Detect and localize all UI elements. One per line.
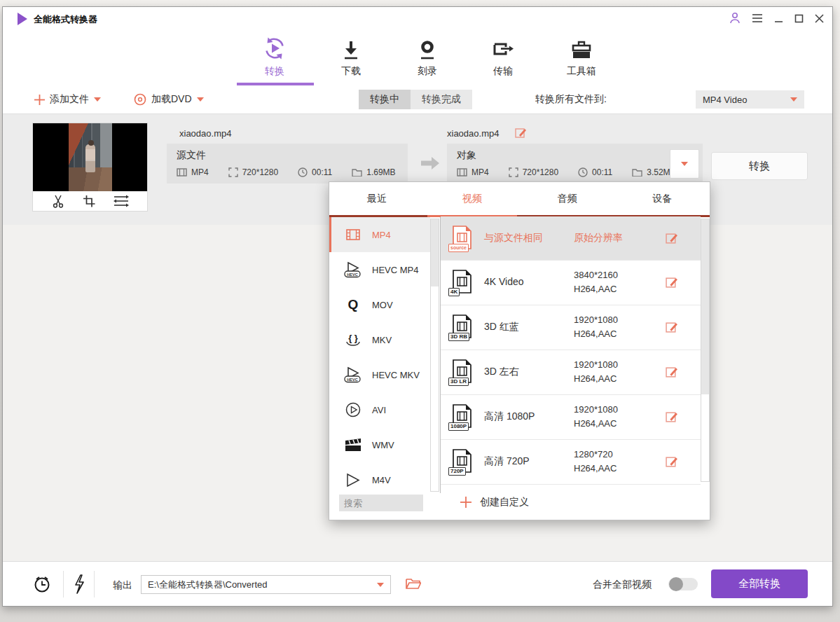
preset-row-1080p[interactable]: 1080P 高清 1080P 1920*1080H264,AAC — [441, 395, 701, 440]
format-badge: 1080P — [448, 422, 469, 431]
clapperboard-icon — [344, 438, 362, 452]
format-item-mp4[interactable]: MP4 — [329, 217, 430, 252]
convert-state-tabs: 转换中 转换完成 — [359, 90, 472, 109]
popup-tab-audio[interactable]: 音频 — [520, 182, 615, 215]
nav-tab-toolbox[interactable]: 工具箱 — [543, 34, 620, 78]
source-file-icon: source — [450, 226, 476, 252]
maximize-icon[interactable] — [794, 14, 804, 23]
video-file-icon: 3D LR — [450, 359, 476, 386]
preset-row-4k[interactable]: 4K 4K Video 3840*2160H264,AAC — [441, 261, 701, 305]
format-item-wmv[interactable]: WMV — [329, 427, 430, 462]
clock-icon — [298, 167, 308, 177]
nav-tab-transfer[interactable]: 传输 — [464, 34, 542, 78]
add-file-button[interactable]: 添加文件 — [34, 85, 101, 113]
tab-converting[interactable]: 转换中 — [359, 90, 411, 109]
svg-text:HEVC: HEVC — [347, 272, 358, 277]
minimize-icon[interactable] — [774, 14, 783, 23]
open-folder-icon[interactable] — [406, 577, 421, 590]
edit-icon[interactable] — [666, 321, 678, 333]
format-search-input[interactable] — [339, 495, 423, 511]
format-item-hevc-mp4[interactable]: HEVC HEVC MP4 — [329, 252, 430, 287]
performance-bolt-icon[interactable] — [73, 574, 85, 594]
edit-icon[interactable] — [666, 455, 678, 468]
convert-all-label: 转换所有文件到: — [535, 93, 607, 106]
video-thumbnail[interactable] — [33, 123, 147, 191]
output-path-combobox[interactable]: E:\全能格式转换器\Converted — [141, 575, 391, 594]
format-badge: 720P — [448, 467, 466, 476]
format-item-mov[interactable]: Q MOV — [329, 287, 430, 322]
titlebar: 全能格式转换器 — [3, 7, 832, 31]
thumbnail-photo — [69, 123, 112, 191]
app-window: 全能格式转换器 转换 下载 刻录 — [2, 6, 833, 607]
merge-all-toggle[interactable] — [668, 578, 698, 590]
format-picker-popup: 最近 视频 音频 设备 MP4 HEVC HEVC MP4 Q — [329, 181, 710, 520]
hevc-play-icon: HEVC — [344, 366, 362, 383]
format-list: MP4 HEVC HEVC MP4 Q MOV { } MKV — [329, 217, 430, 493]
play-outline-icon — [344, 473, 362, 487]
format-list-scrollbar[interactable] — [430, 219, 439, 492]
preset-row-3d-rb[interactable]: 3D RB 3D 红蓝 1920*1080H264,AAC — [441, 305, 701, 350]
edit-icon[interactable] — [666, 232, 678, 244]
edit-icon[interactable] — [666, 410, 678, 423]
download-icon — [312, 34, 390, 61]
svg-text:HEVC: HEVC — [347, 378, 358, 382]
chevron-down-icon — [94, 97, 101, 102]
rename-edit-icon[interactable] — [515, 127, 527, 139]
trim-scissors-icon[interactable] — [52, 194, 64, 208]
app-logo-icon — [18, 13, 27, 25]
load-dvd-button[interactable]: 加载DVD — [134, 85, 204, 113]
schedule-alarm-icon[interactable] — [32, 574, 52, 594]
close-icon[interactable] — [815, 14, 824, 23]
target-info-box: 对象 MP4 720*1280 00:11 3.52MB — [447, 144, 703, 184]
svg-text:{ }: { } — [348, 333, 358, 343]
format-item-avi[interactable]: AVI — [329, 392, 430, 427]
popup-tab-device[interactable]: 设备 — [614, 182, 710, 215]
app-title: 全能格式转换器 — [34, 13, 97, 26]
resolution-icon — [228, 167, 238, 177]
svg-text:Q: Q — [348, 297, 359, 312]
format-item-mkv[interactable]: { } MKV — [329, 322, 430, 357]
popup-tab-recent[interactable]: 最近 — [329, 182, 425, 215]
burn-icon — [389, 34, 466, 61]
tab-finished[interactable]: 转换完成 — [411, 90, 472, 109]
format-item-hevc-mkv[interactable]: HEVC HEVC MKV — [329, 357, 430, 392]
preset-row-720p[interactable]: 720P 高清 720P 1280*720H264,AAC — [441, 440, 701, 485]
convert-all-button[interactable]: 全部转换 — [711, 569, 808, 598]
target-file-name: xiaodao.mp4 — [447, 128, 499, 139]
format-item-m4v[interactable]: M4V — [329, 462, 430, 493]
toolbar: 添加文件 加载DVD 转换中 转换完成 转换所有文件到: MP4 Video — [3, 85, 832, 114]
preset-list-scrollbar[interactable] — [701, 219, 710, 482]
convert-row-button[interactable]: 转换 — [711, 152, 808, 180]
crop-icon[interactable] — [83, 195, 95, 208]
divider — [63, 571, 64, 597]
quicktime-icon: Q — [344, 297, 362, 312]
source-info-box: 源文件 MP4 720*1280 00:11 1.69MB — [167, 144, 408, 184]
create-custom-button[interactable]: 创建自定义 — [441, 485, 701, 520]
main-nav: 转换 下载 刻录 传输 工具箱 — [3, 31, 832, 85]
dvd-icon — [134, 93, 146, 106]
preset-row-3d-lr[interactable]: 3D LR 3D 左右 1920*1080H264,AAC — [441, 350, 701, 395]
menu-icon[interactable] — [752, 13, 763, 23]
nav-tab-burn[interactable]: 刻录 — [389, 34, 466, 78]
transfer-icon — [464, 34, 542, 61]
film-icon — [457, 168, 467, 177]
folder-icon — [352, 168, 362, 177]
chevron-down-icon — [681, 162, 688, 166]
output-format-dropdown[interactable]: MP4 Video — [696, 90, 804, 109]
effects-sliders-icon[interactable] — [113, 195, 129, 207]
film-icon — [177, 168, 187, 177]
edit-icon[interactable] — [666, 366, 678, 378]
video-file-icon: 3D RB — [450, 315, 476, 341]
nav-tab-download[interactable]: 下载 — [312, 34, 390, 78]
merge-all-label: 合并全部视频 — [593, 579, 652, 591]
target-format-dropdown-button[interactable] — [670, 149, 699, 179]
bottom-bar: 输出 E:\全能格式转换器\Converted 合并全部视频 全部转换 — [3, 561, 832, 606]
divider — [94, 571, 95, 597]
popup-tab-video[interactable]: 视频 — [425, 182, 520, 215]
edit-icon[interactable] — [666, 276, 678, 289]
video-file-icon: 720P — [450, 449, 476, 476]
preset-row-same-as-source[interactable]: source 与源文件相同 原始分辨率 — [441, 216, 701, 261]
resolution-icon — [509, 167, 518, 177]
user-icon[interactable] — [729, 12, 741, 25]
nav-tab-convert[interactable]: 转换 — [236, 34, 313, 78]
